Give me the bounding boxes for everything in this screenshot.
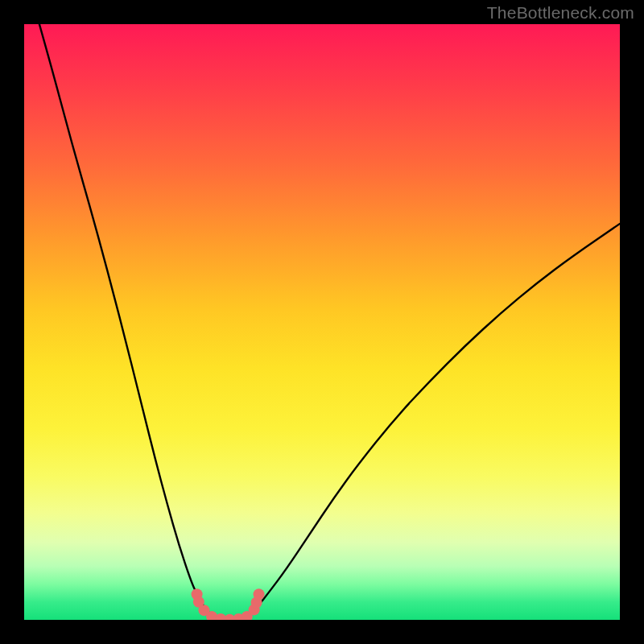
plot-area bbox=[24, 24, 620, 620]
chart-frame: TheBottleneck.com bbox=[0, 0, 644, 644]
series-right-branch bbox=[245, 224, 620, 617]
marker-dot bbox=[254, 588, 265, 600]
curve-layer bbox=[24, 24, 620, 620]
series-left-branch bbox=[24, 24, 215, 617]
watermark-text: TheBottleneck.com bbox=[487, 3, 634, 23]
